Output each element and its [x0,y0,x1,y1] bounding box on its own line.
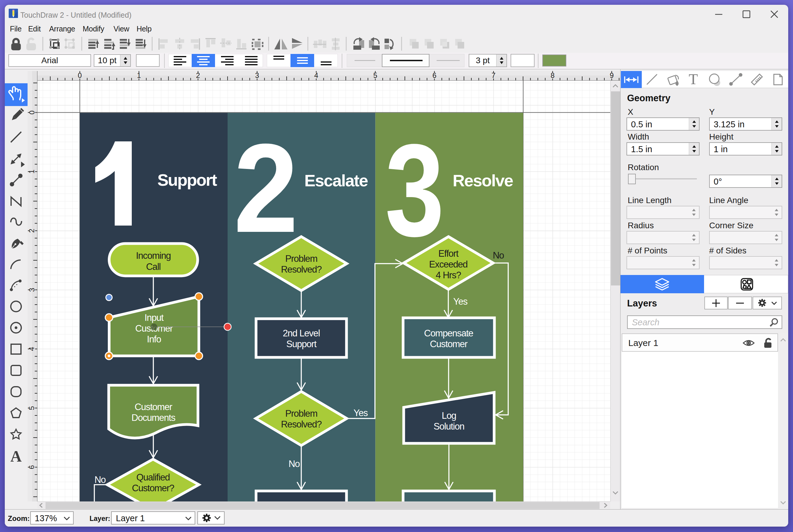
svg-text:Input: Input [144,312,164,323]
svg-text:Customer: Customer [430,339,468,349]
svg-text:Customer?: Customer? [132,483,175,493]
svg-text:7: 7 [491,71,495,79]
svg-text:9: 9 [610,71,614,79]
svg-text:8: 8 [551,71,555,79]
svg-text:Effort: Effort [439,248,459,259]
svg-text:No: No [492,250,504,261]
svg-text:4: 4 [28,347,36,351]
svg-text:T: T [689,71,698,88]
svg-text:2: 2 [196,71,200,79]
svg-text:Customer: Customer [135,402,173,412]
svg-text:Support: Support [157,170,217,189]
svg-text:Problem: Problem [285,253,317,264]
svg-text:No: No [288,459,299,469]
svg-text:2nd Level: 2nd Level [283,328,320,339]
svg-text:A: A [11,448,22,465]
svg-text:Problem: Problem [285,408,317,419]
svg-text:4: 4 [314,71,318,79]
svg-text:Compensate: Compensate [424,328,473,339]
svg-text:1: 1 [28,170,36,173]
svg-text:5: 5 [28,406,36,410]
svg-text:Resolved?: Resolved? [281,264,322,275]
svg-text:0: 0 [28,111,36,114]
svg-text:Support: Support [286,339,317,349]
svg-text:Resolved?: Resolved? [281,419,322,430]
svg-text:3: 3 [255,71,259,79]
svg-text:Solution: Solution [433,421,464,432]
svg-text:Info: Info [147,334,161,344]
svg-text:Documents: Documents [132,413,175,423]
svg-text:Exceeded: Exceeded [429,259,467,270]
svg-text:Log: Log [442,411,456,421]
svg-text:Call: Call [146,262,161,272]
svg-text:0: 0 [78,71,82,79]
svg-text:3: 3 [28,288,36,292]
svg-text:Yes: Yes [453,296,468,307]
svg-text:6: 6 [28,465,36,469]
svg-text:6: 6 [432,71,436,79]
svg-text:Incoming: Incoming [136,250,171,261]
svg-text:Yes: Yes [354,408,368,418]
svg-text:1: 1 [137,71,141,79]
svg-text:2: 2 [28,229,36,233]
svg-text:4 Hrs?: 4 Hrs? [436,270,461,280]
svg-text:Qualified: Qualified [136,472,170,482]
svg-text:Resolve: Resolve [453,171,513,190]
svg-text:No: No [94,474,105,485]
svg-text:5: 5 [373,71,377,79]
svg-text:3: 3 [385,116,444,264]
svg-text:Escalate: Escalate [304,171,368,190]
svg-text:2: 2 [234,117,298,259]
